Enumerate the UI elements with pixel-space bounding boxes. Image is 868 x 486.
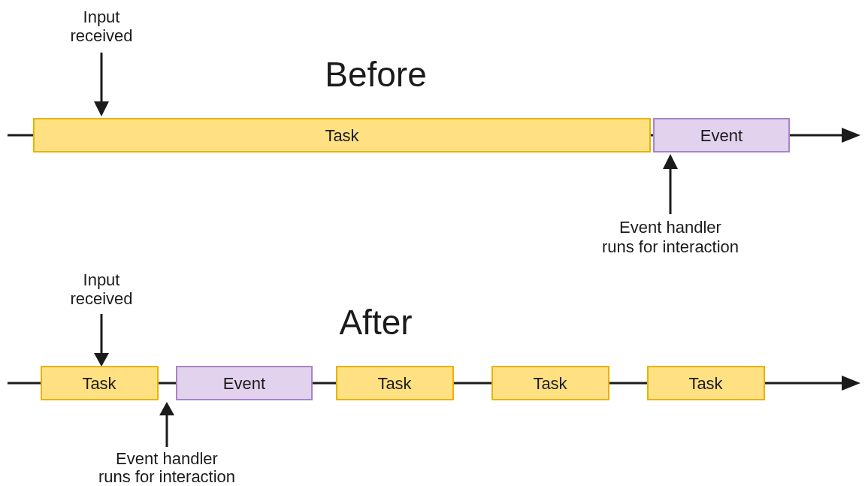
after-section: After Input received Task Event Task	[8, 270, 860, 486]
after-task-label-2: Task	[377, 374, 412, 393]
after-title: After	[339, 303, 412, 342]
before-input-line2: received	[70, 26, 132, 45]
before-task-block: Task	[34, 119, 650, 152]
before-event-label: Event	[700, 126, 742, 145]
arrow-up-icon	[159, 402, 174, 447]
after-event-label: Event	[223, 374, 265, 393]
after-task-label-1: Task	[82, 374, 116, 393]
before-input-annotation: Input received	[70, 8, 132, 116]
before-handler-line2: runs for interaction	[602, 237, 739, 256]
svg-marker-16	[159, 402, 174, 415]
after-task-label-3: Task	[533, 374, 567, 393]
after-task-block-3: Task	[492, 367, 609, 400]
arrow-up-icon	[663, 154, 678, 214]
after-input-annotation: Input received	[70, 270, 132, 367]
arrowhead-icon	[842, 128, 860, 143]
after-task-label-4: Task	[688, 374, 723, 393]
arrow-down-icon	[94, 314, 109, 367]
before-task-label: Task	[325, 126, 359, 145]
svg-marker-2	[94, 101, 109, 116]
after-event-block: Event	[177, 367, 312, 400]
diagram-root: Before Input received Task Event	[0, 0, 868, 486]
before-handler-annotation: Event handler runs for interaction	[602, 154, 739, 256]
arrowhead-icon	[842, 376, 860, 391]
before-input-line1: Input	[83, 8, 120, 26]
svg-marker-9	[94, 353, 109, 367]
after-handler-line1: Event handler	[116, 449, 218, 468]
before-event-block: Event	[654, 119, 789, 152]
after-task-block-2: Task	[337, 367, 453, 400]
svg-marker-6	[663, 154, 678, 169]
after-handler-annotation: Event handler runs for interaction	[98, 402, 235, 486]
after-task-block-1: Task	[41, 367, 158, 400]
before-section: Before Input received Task Event	[8, 8, 860, 256]
after-task-block-4: Task	[648, 367, 764, 400]
after-input-line1: Input	[83, 270, 120, 289]
arrow-down-icon	[94, 53, 109, 116]
before-handler-line1: Event handler	[619, 218, 721, 237]
after-input-line2: received	[70, 289, 132, 308]
before-title: Before	[325, 55, 427, 94]
after-handler-line2: runs for interaction	[98, 467, 235, 486]
